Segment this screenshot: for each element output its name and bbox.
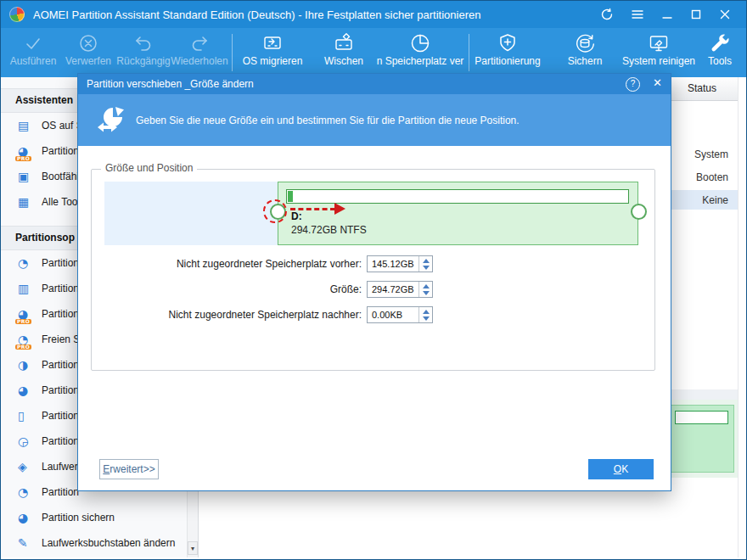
label-tag-icon: ◈: [18, 461, 31, 473]
pro-badge: PRO: [15, 319, 31, 324]
help-icon[interactable]: ?: [626, 77, 640, 92]
partition-info: 294.72GB NTFS: [291, 224, 367, 236]
spinner-up-icon[interactable]: [423, 310, 430, 314]
unallocated-space-block: [104, 182, 278, 245]
app-logo-icon: [9, 7, 25, 22]
pie-globe-icon: ◑: [18, 359, 31, 371]
sidebar-item-label: Partition: [42, 145, 79, 157]
field-value: 145.12GB: [372, 259, 414, 269]
groupbox-legend: Größe und Position: [101, 162, 197, 174]
status-cell-boot[interactable]: Booten: [696, 171, 728, 183]
pie-free-pro-icon: ◔PRO: [18, 333, 31, 345]
brush-icon: ◔: [18, 486, 31, 498]
close-icon[interactable]: [719, 8, 731, 20]
field-value: 0.00KB: [372, 310, 402, 320]
window-title: AOMEI Partition Assistant Standard Editi…: [33, 8, 480, 21]
pie-backup-icon: ◕: [18, 512, 31, 524]
pie-edit-pro-icon: ◕PRO: [18, 308, 31, 320]
dialog-close-icon[interactable]: ✕: [653, 76, 662, 89]
sidebar-item-label: Laufwerksbuchstaben ändern: [42, 537, 175, 549]
sidebar-item-label: Partition: [42, 384, 79, 396]
advanced-button[interactable]: Erweitert>>: [99, 459, 159, 479]
minimize-icon[interactable]: [661, 8, 673, 20]
refresh-icon[interactable]: [600, 8, 614, 21]
dialog-title: Partition verschieben _Größe ändern: [87, 78, 254, 90]
sidebar-item-label: Partition: [42, 486, 79, 498]
annotation-circle: [263, 199, 287, 223]
grid-tools-icon: ▦: [18, 196, 31, 208]
redo-arrow-icon: [157, 32, 242, 54]
pro-badge: PRO: [15, 344, 31, 350]
resize-move-dialog: Partition verschieben _Größe ändern ? ✕ …: [77, 73, 671, 491]
titlebar: AOMEI Partition Assistant Standard Editi…: [1, 1, 746, 28]
sidebar-item-label: Partition: [42, 359, 79, 371]
field-label-after: Nicht zugeordneter Speicherplatz nachher…: [90, 309, 362, 321]
spinner-down-icon[interactable]: [423, 316, 430, 321]
toolbar-label: n Speicherplatz ver: [361, 55, 480, 67]
spinner-control[interactable]: [418, 307, 432, 322]
disk-map-usage-bar: [675, 411, 728, 424]
sidebar-item-backup-partition[interactable]: ◕Partition sichern: [1, 505, 198, 530]
partition-usage-bar: [286, 189, 629, 204]
spinner-down-icon[interactable]: [423, 266, 430, 270]
sidebar-item-label: Bootfähi: [42, 171, 79, 182]
spinner-up-icon[interactable]: [423, 284, 430, 288]
app-window: AOMEI Partition Assistant Standard Editi…: [0, 0, 747, 560]
status-cell-none[interactable]: Keine: [702, 194, 728, 206]
chevron-down-icon: ▾: [191, 545, 194, 552]
maximize-icon[interactable]: [690, 8, 702, 20]
sidebar-item-label: Partition: [42, 257, 79, 269]
list-right-border: [738, 77, 739, 557]
status-cell-system[interactable]: System: [694, 148, 728, 160]
pie-check-icon: ◶: [18, 435, 31, 447]
spinner-control[interactable]: [418, 256, 432, 272]
resize-handle-right[interactable]: [631, 204, 647, 220]
allocate-free-space-button[interactable]: n Speicherplatz ver: [361, 32, 480, 67]
pie-pro-icon: ◕PRO: [18, 145, 31, 157]
sidebar-item-label: Partition: [42, 283, 79, 294]
dialog-banner: Geben Sie die neue Größe ein und bestimm…: [78, 94, 671, 146]
used-space-chip: [288, 191, 293, 202]
toolbar-label: Tools: [690, 55, 747, 67]
toolbar-label: Partitionierung: [465, 55, 550, 67]
spinner-control[interactable]: [418, 282, 432, 297]
field-label-size: Größe:: [90, 283, 362, 295]
field-value: 294.72GB: [372, 284, 414, 294]
dialog-titlebar: Partition verschieben _Größe ändern: [78, 74, 671, 94]
sidebar-item-label: Partition sichern: [42, 512, 115, 524]
spinner-up-icon[interactable]: [423, 259, 430, 263]
wrench-icon: [690, 32, 747, 54]
boot-disk-icon: ▣: [18, 171, 31, 182]
pie-allocate-icon: [361, 32, 480, 54]
field-label-before: Nicht zugeordneter Speicherplatz vorher:: [90, 258, 362, 270]
scroll-down-button[interactable]: ▾: [188, 541, 198, 555]
partition-size-input[interactable]: 294.72GB: [367, 281, 433, 298]
trash-icon: ▯: [18, 410, 31, 422]
pencil-icon: ✎: [18, 537, 31, 549]
copy-icon: ▥: [18, 283, 31, 294]
sidebar-item-label: Partition: [42, 435, 79, 447]
sidebar-item-label: Partition: [42, 308, 79, 320]
partitioning-button[interactable]: Partitionierung: [465, 32, 550, 67]
status-column-header[interactable]: Status: [688, 82, 716, 94]
spinner-down-icon[interactable]: [423, 291, 430, 295]
pro-badge: PRO: [15, 156, 31, 161]
pie-move-icon: ◔: [18, 257, 31, 269]
unallocated-after-input[interactable]: 0.00KB: [367, 306, 433, 323]
annotation-arrow-head: [334, 203, 345, 215]
disk-os-icon: ▤: [18, 120, 31, 132]
menu-icon[interactable]: [631, 8, 644, 20]
tools-button[interactable]: Tools: [690, 32, 747, 67]
ok-button[interactable]: OK: [588, 459, 654, 479]
sidebar-item-label: Alle Tool: [42, 196, 80, 208]
toolbar-label: Wiederholen: [157, 55, 242, 67]
partition-name: D:: [291, 210, 302, 222]
unallocated-before-input[interactable]: 145.12GB: [367, 255, 433, 272]
sidebar-item-label: Partition: [42, 410, 79, 422]
pie-move-arrows-icon: [95, 104, 127, 138]
pie-plus-icon: ◕: [18, 384, 31, 396]
toolbar: Ausführen Verwerfen Rückgängig Wiederhol…: [1, 28, 746, 77]
sidebar-item-change-drive-letter[interactable]: ✎Laufwerksbuchstaben ändern: [1, 530, 198, 556]
redo-button[interactable]: Wiederholen: [157, 32, 242, 67]
shield-plus-icon: [465, 32, 550, 54]
